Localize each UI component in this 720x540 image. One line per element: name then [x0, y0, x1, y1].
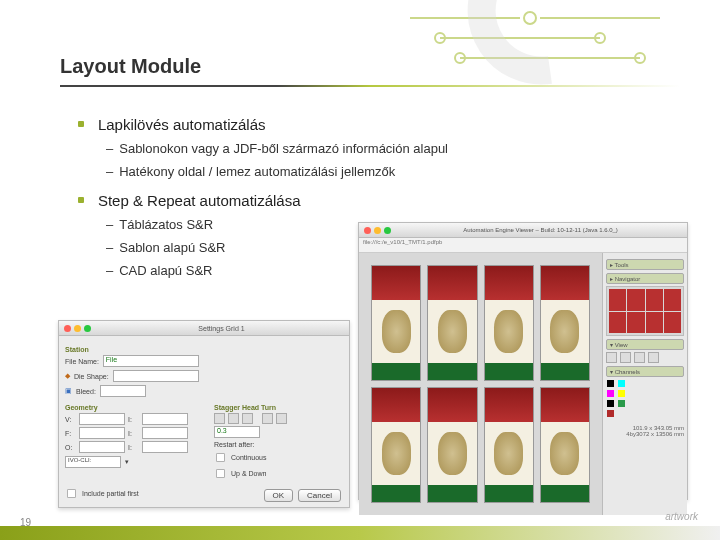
- updown-checkbox[interactable]: [216, 469, 225, 478]
- info-resolution: 4by3072 x 13506 mm: [606, 431, 684, 437]
- shape-label: Die Shape:: [74, 373, 109, 380]
- section-geometry: Geometry: [65, 404, 194, 411]
- layout-card: [427, 265, 477, 381]
- bullet-1-text: Lapkilövés automatizálás: [98, 116, 266, 133]
- viewer-canvas[interactable]: [359, 253, 602, 515]
- channel-swatches[interactable]: [606, 379, 684, 419]
- geom-o[interactable]: [79, 441, 125, 453]
- close-icon: [64, 325, 71, 332]
- zoom-icon: [84, 325, 91, 332]
- bleed-label: Bleed:: [76, 388, 96, 395]
- layout-card: [371, 387, 421, 503]
- panel-navigator: ▸ Navigator: [606, 273, 684, 284]
- layout-card: [484, 265, 534, 381]
- file-name-input[interactable]: File: [103, 355, 199, 367]
- continuous-checkbox[interactable]: [216, 453, 225, 462]
- close-icon: [364, 227, 371, 234]
- layout-card: [540, 265, 590, 381]
- dialog-title: Settings Grid 1: [94, 325, 349, 332]
- bleed-input[interactable]: [100, 385, 146, 397]
- viewer-title: Automation Engine Viewer – Build: 10-12-…: [394, 227, 687, 233]
- die-shape-select[interactable]: [113, 370, 199, 382]
- footer-bar: [0, 526, 720, 540]
- layout-card: [540, 387, 590, 503]
- section-stagger: Stagger Head Turn: [214, 404, 343, 411]
- bullet-2: Step & Repeat automatizálása: [78, 191, 680, 209]
- footer-brand: artwork: [665, 511, 698, 522]
- panel-view: ▾ View: [606, 339, 684, 350]
- svg-point-1: [455, 53, 465, 63]
- svg-point-2: [635, 53, 645, 63]
- panel-channels: ▾ Channels: [606, 366, 684, 377]
- file-label: File Name:: [65, 358, 99, 365]
- minimize-icon: [374, 227, 381, 234]
- ok-button[interactable]: OK: [264, 489, 294, 502]
- section-station: Station: [65, 346, 343, 353]
- zoom-icon: [384, 227, 391, 234]
- layout-card: [427, 387, 477, 503]
- geom-i2[interactable]: [142, 427, 188, 439]
- viewer-path-bar: file:///c:/e_v10/1_TMT/1.pdfpb: [359, 238, 687, 253]
- restart-label: Restart after:: [214, 441, 254, 448]
- viewer-screenshot: Automation Engine Viewer – Build: 10-12-…: [358, 222, 688, 500]
- preset-select[interactable]: IVO-CLI:: [65, 456, 121, 468]
- view-tools[interactable]: [606, 352, 684, 363]
- bullet-1: Lapkilövés automatizálás: [78, 115, 680, 133]
- decorative-circuit-graphic: [400, 0, 680, 95]
- geom-i3[interactable]: [142, 441, 188, 453]
- geom-i[interactable]: [142, 413, 188, 425]
- bullet-marker: [78, 197, 84, 203]
- minimize-icon: [74, 325, 81, 332]
- stagger-value-input[interactable]: 0.3: [214, 426, 260, 438]
- navigator-thumb[interactable]: [606, 286, 684, 336]
- viewer-side-panels: ▸ Tools ▸ Navigator ▾ View ▾ Channels: [602, 253, 687, 515]
- svg-point-0: [524, 12, 536, 24]
- bullet-1-sub-1: –Sablonokon vagy a JDF-ből származó info…: [106, 141, 680, 156]
- bullet-marker: [78, 121, 84, 127]
- stagger-mode-icons[interactable]: [214, 413, 343, 424]
- bullet-1-sub-2: –Hatékony oldal / lemez automatizálási j…: [106, 164, 680, 179]
- panel-tools: ▸ Tools: [606, 259, 684, 270]
- svg-point-4: [435, 33, 445, 43]
- svg-point-3: [595, 33, 605, 43]
- geom-v[interactable]: [79, 413, 125, 425]
- bullet-2-text: Step & Repeat automatizálása: [98, 192, 301, 209]
- geom-f[interactable]: [79, 427, 125, 439]
- dialog-titlebar: Settings Grid 1: [59, 321, 349, 336]
- title-underline: [60, 85, 680, 87]
- layout-card: [371, 265, 421, 381]
- layout-card: [484, 387, 534, 503]
- slide-title: Layout Module: [60, 55, 201, 78]
- viewer-titlebar: Automation Engine Viewer – Build: 10-12-…: [359, 223, 687, 238]
- cancel-button[interactable]: Cancel: [298, 489, 341, 502]
- settings-dialog-screenshot: Settings Grid 1 Station File Name: File …: [58, 320, 350, 508]
- include-partial-checkbox[interactable]: [67, 489, 76, 498]
